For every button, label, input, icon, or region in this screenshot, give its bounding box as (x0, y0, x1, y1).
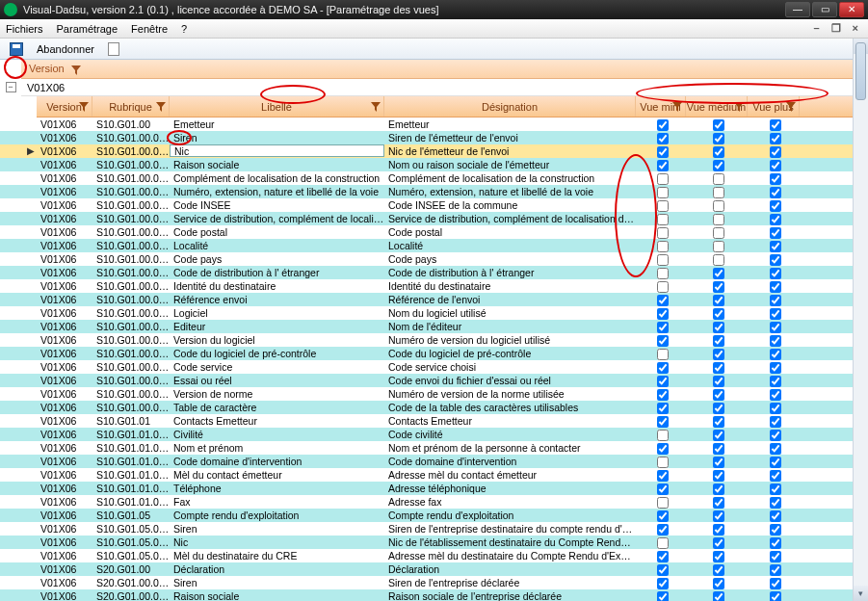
cell-vue-plus-checkbox[interactable] (770, 564, 781, 576)
cell-vue-mini-checkbox[interactable] (657, 200, 669, 212)
cell-vue-mini-checkbox[interactable] (657, 389, 669, 401)
funnel-icon[interactable] (371, 102, 381, 112)
cell-vue-plus-checkbox[interactable] (770, 376, 781, 387)
cell-vue-mini-checkbox[interactable] (657, 524, 669, 536)
cell-vue-plus-checkbox[interactable] (770, 537, 781, 549)
cell-vue-mini-checkbox[interactable] (657, 187, 669, 198)
cell-vue-medium-checkbox[interactable] (713, 551, 724, 562)
cell-vue-plus[interactable] (748, 455, 800, 468)
cell-vue-mini-checkbox[interactable] (657, 281, 669, 293)
cell-vue-plus-checkbox[interactable] (770, 295, 781, 306)
cell-vue-plus-checkbox[interactable] (770, 591, 781, 601)
scroll-down-button[interactable]: ▾ (854, 586, 868, 601)
cell-vue-mini[interactable] (636, 428, 686, 441)
cell-vue-plus-checkbox[interactable] (770, 497, 781, 509)
header-designation[interactable]: Désignation (384, 96, 636, 117)
menu-fenetre[interactable]: Fenêtre (131, 23, 168, 35)
cell-vue-plus[interactable] (748, 306, 800, 320)
cell-vue-medium[interactable] (686, 549, 748, 562)
cell-vue-medium[interactable] (686, 266, 748, 279)
cell-vue-plus[interactable] (748, 279, 800, 293)
cell-vue-medium-checkbox[interactable] (713, 443, 724, 455)
table-row[interactable]: V01X06S10.G01.00.012Table de caractèreCo… (0, 401, 868, 414)
cell-vue-medium[interactable] (686, 536, 748, 549)
cell-vue-medium[interactable] (686, 118, 748, 131)
cell-vue-medium[interactable] (686, 306, 748, 320)
cell-vue-plus[interactable] (748, 293, 800, 306)
cell-vue-medium-checkbox[interactable] (713, 133, 724, 144)
table-row[interactable]: V01X06S20.G01.00DéclarationDéclaration (0, 562, 868, 576)
cell-vue-mini[interactable] (636, 387, 686, 401)
funnel-icon[interactable] (79, 102, 89, 112)
cell-vue-plus-checkbox[interactable] (770, 416, 781, 428)
cell-vue-mini-checkbox[interactable] (657, 322, 669, 333)
cell-vue-plus[interactable] (748, 131, 800, 144)
table-row[interactable]: V01X06S10.G01.05.013.002NicNic de l'étab… (0, 536, 868, 549)
cell-vue-plus[interactable] (748, 360, 800, 374)
cell-vue-medium-checkbox[interactable] (713, 389, 724, 401)
table-row[interactable]: V01X06S10.G01.00.011Version de normeNumé… (0, 387, 868, 401)
cell-vue-medium-checkbox[interactable] (713, 173, 724, 185)
cell-vue-mini[interactable] (636, 482, 686, 495)
table-row[interactable]: V01X06S10.G01.00.003.009Service de distr… (0, 212, 868, 225)
cell-vue-mini[interactable] (636, 279, 686, 293)
cell-vue-plus[interactable] (748, 428, 800, 441)
cell-vue-mini[interactable] (636, 495, 686, 509)
cell-vue-medium[interactable] (686, 374, 748, 387)
cell-vue-plus-checkbox[interactable] (770, 578, 781, 589)
cell-vue-medium-checkbox[interactable] (713, 187, 724, 198)
cell-vue-plus-checkbox[interactable] (770, 443, 781, 455)
table-row[interactable]: V01X06S10.G01.00.002Raison socialeNom ou… (0, 158, 868, 171)
cell-vue-medium-checkbox[interactable] (713, 470, 724, 482)
cell-vue-plus-checkbox[interactable] (770, 362, 781, 374)
funnel-icon[interactable] (71, 65, 81, 75)
funnel-icon[interactable] (786, 102, 796, 112)
cell-vue-medium-checkbox[interactable] (713, 497, 724, 509)
maximize-button[interactable]: ▭ (812, 2, 837, 17)
table-row[interactable]: V01X06S10.G01.00.003.006Numéro, extensio… (0, 185, 868, 198)
cell-vue-mini-checkbox[interactable] (657, 241, 669, 252)
cell-vue-mini-checkbox[interactable] (657, 470, 669, 482)
funnel-icon[interactable] (672, 102, 682, 112)
table-row[interactable]: V01X06S10.G01.00.001.001SirenSiren de l'… (0, 131, 868, 144)
cell-vue-plus-checkbox[interactable] (770, 430, 781, 441)
cell-vue-medium[interactable] (686, 455, 748, 468)
cell-vue-mini-checkbox[interactable] (657, 403, 669, 414)
cell-vue-plus[interactable] (748, 509, 800, 522)
table-row[interactable]: V01X06S10.G01.00.003.017Identité du dest… (0, 279, 868, 293)
scrollbar-thumb[interactable] (855, 42, 866, 100)
table-row[interactable]: V01X06S10.G01.01.002Code domaine d'inter… (0, 455, 868, 468)
cell-vue-plus-checkbox[interactable] (770, 187, 781, 198)
close-button[interactable]: ✕ (839, 2, 864, 17)
cell-vue-medium-checkbox[interactable] (713, 564, 724, 576)
cell-vue-plus[interactable] (748, 482, 800, 495)
funnel-icon[interactable] (156, 102, 166, 112)
funnel-icon[interactable] (734, 102, 744, 112)
cell-vue-mini[interactable] (636, 212, 686, 225)
cell-vue-mini[interactable] (636, 333, 686, 347)
cell-vue-medium[interactable] (686, 522, 748, 536)
menu-parametrage[interactable]: Paramétrage (57, 23, 118, 35)
cell-vue-mini[interactable] (636, 468, 686, 482)
cell-vue-plus[interactable] (748, 495, 800, 509)
table-row[interactable]: V01X06S10.G01.00.003.001Complément de lo… (0, 171, 868, 185)
cell-vue-mini[interactable] (636, 347, 686, 360)
cell-vue-mini-checkbox[interactable] (657, 119, 669, 131)
minimize-button[interactable]: — (785, 2, 810, 17)
cell-vue-medium-checkbox[interactable] (713, 349, 724, 360)
cell-vue-mini[interactable] (636, 589, 686, 601)
cell-vue-mini-checkbox[interactable] (657, 537, 669, 549)
cell-vue-medium-checkbox[interactable] (713, 268, 724, 279)
cell-vue-plus[interactable] (748, 374, 800, 387)
table-row[interactable]: V01X06S10.G01.05.013.001SirenSiren de l'… (0, 522, 868, 536)
cell-vue-medium-checkbox[interactable] (713, 483, 724, 495)
cell-vue-mini-checkbox[interactable] (657, 295, 669, 306)
cell-vue-medium[interactable] (686, 171, 748, 185)
cell-vue-medium-checkbox[interactable] (713, 119, 724, 131)
cell-vue-plus[interactable] (748, 185, 800, 198)
group-expander[interactable]: − (6, 82, 16, 92)
cell-vue-medium[interactable] (686, 333, 748, 347)
cell-vue-plus[interactable] (748, 589, 800, 601)
table-row[interactable]: V01X06S10.G01.01.007FaxAdresse fax (0, 495, 868, 509)
cell-vue-plus-checkbox[interactable] (770, 457, 781, 468)
